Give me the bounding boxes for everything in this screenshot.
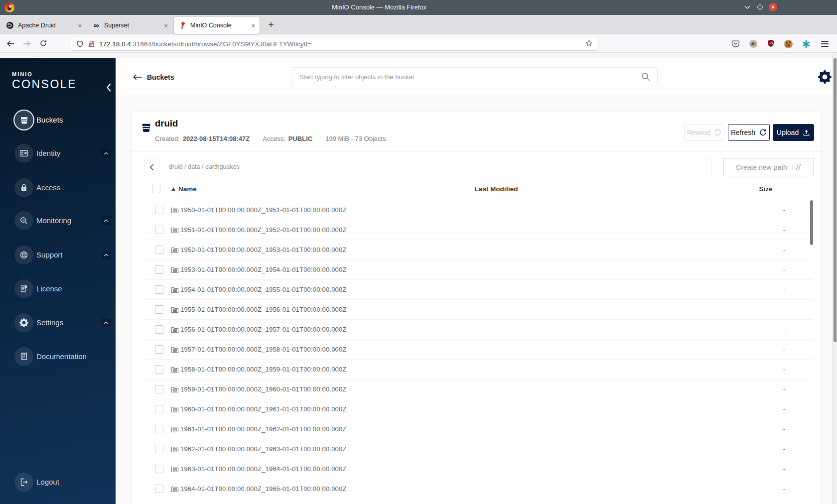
insecure-lock-icon[interactable] bbox=[88, 40, 95, 48]
collapse-section-button[interactable] bbox=[102, 149, 111, 158]
column-header-size[interactable]: Size bbox=[759, 178, 772, 200]
tab-close-icon[interactable]: × bbox=[251, 22, 255, 29]
row-checkbox[interactable] bbox=[155, 425, 163, 433]
object-row[interactable]: 1964-01-01T00:00:00.000Z_1965-01-01T00:0… bbox=[144, 479, 813, 499]
row-checkbox[interactable] bbox=[155, 345, 163, 354]
browser-scrollbar[interactable] bbox=[833, 53, 837, 504]
object-row[interactable]: 1951-01-01T00:00:00.000Z_1952-01-01T00:0… bbox=[144, 220, 813, 240]
colorful-asterisk-extension-icon[interactable] bbox=[802, 39, 811, 48]
row-checkbox[interactable] bbox=[155, 445, 163, 453]
refresh-button[interactable]: Refresh bbox=[728, 124, 770, 141]
row-checkbox[interactable] bbox=[155, 206, 163, 214]
object-name[interactable]: 1953-01-01T00:00:00.000Z_1954-01-01T00:0… bbox=[180, 260, 347, 280]
window-minimize-button[interactable] bbox=[744, 5, 750, 9]
object-filter-searchbox[interactable] bbox=[291, 67, 658, 86]
row-checkbox[interactable] bbox=[155, 226, 163, 234]
tab-superset[interactable]: ∞ Superset × bbox=[88, 17, 172, 34]
row-checkbox[interactable] bbox=[155, 385, 163, 393]
upload-button[interactable]: Upload bbox=[773, 124, 814, 141]
row-checkbox[interactable] bbox=[155, 325, 163, 334]
new-tab-button[interactable]: + bbox=[265, 19, 278, 32]
row-checkbox[interactable] bbox=[155, 246, 163, 254]
search-input[interactable] bbox=[292, 68, 657, 86]
window-close-button[interactable]: × bbox=[769, 3, 777, 11]
column-header-last-modified[interactable]: Last Modified bbox=[475, 178, 518, 200]
object-row[interactable]: 1955-01-01T00:00:00.000Z_1956-01-01T00:0… bbox=[144, 300, 813, 320]
row-checkbox[interactable] bbox=[155, 365, 163, 374]
pocket-extension-icon[interactable] bbox=[731, 39, 740, 50]
collapse-section-button[interactable] bbox=[102, 318, 111, 327]
sidebar-item-identity[interactable]: Identity bbox=[0, 143, 116, 163]
object-name[interactable]: 1951-01-01T00:00:00.000Z_1952-01-01T00:0… bbox=[180, 220, 347, 240]
sort-ascending-icon[interactable] bbox=[171, 187, 175, 191]
sidebar-collapse-button[interactable] bbox=[106, 83, 112, 94]
object-row[interactable]: 1957-01-01T00:00:00.000Z_1958-01-01T00:0… bbox=[144, 340, 813, 360]
breadcrumb[interactable]: druid / data / earthquakes bbox=[159, 158, 240, 176]
path-back-button[interactable] bbox=[144, 158, 159, 176]
row-checkbox[interactable] bbox=[155, 285, 163, 294]
collapse-section-button[interactable] bbox=[102, 216, 111, 225]
object-row[interactable]: 1958-01-01T00:00:00.000Z_1959-01-01T00:0… bbox=[144, 360, 813, 379]
object-name[interactable]: 1954-01-01T00:00:00.000Z_1955-01-01T00:0… bbox=[180, 280, 347, 300]
sidebar-item-documentation[interactable]: Documentation bbox=[0, 347, 116, 367]
object-row[interactable]: 1956-01-01T00:00:00.000Z_1957-01-01T00:0… bbox=[144, 320, 813, 340]
object-name[interactable]: 1964-01-01T00:00:00.000Z_1965-01-01T00:0… bbox=[180, 479, 347, 499]
object-row[interactable]: 1962-01-01T00:00:00.000Z_1963-01-01T00:0… bbox=[144, 439, 813, 459]
sidebar-item-access[interactable]: Access bbox=[0, 178, 116, 198]
cookie-extension-icon[interactable] bbox=[784, 40, 793, 48]
column-header-name[interactable]: Name bbox=[178, 178, 197, 200]
row-checkbox[interactable] bbox=[155, 265, 163, 274]
bookmark-star-icon[interactable] bbox=[585, 39, 593, 49]
object-row[interactable]: 1953-01-01T00:00:00.000Z_1954-01-01T00:0… bbox=[144, 260, 813, 280]
forward-button[interactable] bbox=[22, 39, 31, 50]
ublock-extension-icon[interactable]: uO bbox=[767, 39, 775, 49]
table-scrollbar-thumb[interactable] bbox=[810, 200, 813, 245]
object-row[interactable]: 1954-01-01T00:00:00.000Z_1955-01-01T00:0… bbox=[144, 280, 813, 300]
menu-hamburger-icon[interactable] bbox=[821, 41, 829, 47]
browser-scrollbar-thumb[interactable] bbox=[834, 58, 837, 342]
row-checkbox[interactable] bbox=[155, 305, 163, 314]
object-row[interactable]: 1960-01-01T00:00:00.000Z_1961-01-01T00:0… bbox=[144, 399, 813, 419]
sidebar-item-monitoring[interactable]: Monitoring bbox=[0, 211, 116, 231]
object-name[interactable]: 1956-01-01T00:00:00.000Z_1957-01-01T00:0… bbox=[180, 320, 347, 340]
back-to-buckets-link[interactable]: Buckets bbox=[133, 58, 174, 96]
object-name[interactable]: 1959-01-01T00:00:00.000Z_1960-01-01T00:0… bbox=[180, 379, 347, 399]
row-checkbox[interactable] bbox=[155, 485, 163, 493]
row-checkbox[interactable] bbox=[155, 405, 163, 413]
object-name[interactable]: 1962-01-01T00:00:00.000Z_1963-01-01T00:0… bbox=[180, 439, 347, 459]
sidebar-item-settings[interactable]: Settings bbox=[0, 313, 116, 333]
rewind-button[interactable]: Rewind bbox=[684, 124, 724, 141]
object-row[interactable]: 1961-01-01T00:00:00.000Z_1962-01-01T00:0… bbox=[144, 419, 813, 439]
object-row[interactable]: 1952-01-01T00:00:00.000Z_1953-01-01T00:0… bbox=[144, 240, 813, 260]
console-settings-gear-button[interactable] bbox=[818, 70, 832, 86]
url-text[interactable]: 172.18.0.4:31664/buckets/druid/browse/ZG… bbox=[99, 40, 311, 48]
create-new-path-button[interactable]: Create new path bbox=[723, 158, 814, 176]
window-maximize-button[interactable] bbox=[757, 4, 763, 10]
object-row[interactable]: 1963-01-01T00:00:00.000Z_1964-01-01T00:0… bbox=[144, 459, 813, 479]
object-name[interactable]: 1955-01-01T00:00:00.000Z_1956-01-01T00:0… bbox=[180, 300, 347, 320]
url-bar[interactable]: 172.18.0.4:31664/buckets/druid/browse/ZG… bbox=[71, 37, 598, 50]
object-row[interactable]: 1959-01-01T00:00:00.000Z_1960-01-01T00:0… bbox=[144, 379, 813, 399]
select-all-checkbox[interactable] bbox=[152, 185, 160, 193]
sidebar-item-buckets[interactable]: Buckets bbox=[0, 110, 116, 130]
tab-close-icon[interactable]: × bbox=[78, 22, 82, 29]
object-name[interactable]: 1950-01-01T00:00:00.000Z_1951-01-01T00:0… bbox=[180, 200, 347, 220]
object-name[interactable]: 1957-01-01T00:00:00.000Z_1958-01-01T00:0… bbox=[180, 340, 347, 360]
row-checkbox[interactable] bbox=[155, 465, 163, 473]
sidebar-item-support[interactable]: Support bbox=[0, 245, 116, 265]
tab-minio-console[interactable]: MinIO Console × bbox=[174, 17, 260, 34]
privacy-mask-extension-icon[interactable] bbox=[749, 39, 758, 50]
object-row[interactable]: 1950-01-01T00:00:00.000Z_1951-01-01T00:0… bbox=[144, 200, 813, 220]
tab-apache-druid[interactable]: Apache Druid × bbox=[1, 17, 86, 34]
object-name[interactable]: 1952-01-01T00:00:00.000Z_1953-01-01T00:0… bbox=[180, 240, 347, 260]
tab-close-icon[interactable]: × bbox=[164, 22, 168, 29]
collapse-section-button[interactable] bbox=[102, 251, 111, 259]
object-name[interactable]: 1960-01-01T00:00:00.000Z_1961-01-01T00:0… bbox=[180, 399, 347, 419]
reload-button[interactable] bbox=[39, 39, 47, 49]
back-button[interactable] bbox=[6, 39, 15, 50]
object-name[interactable]: 1961-01-01T00:00:00.000Z_1962-01-01T00:0… bbox=[180, 419, 347, 439]
object-name[interactable]: 1958-01-01T00:00:00.000Z_1959-01-01T00:0… bbox=[180, 360, 347, 379]
sidebar-item-license[interactable]: License bbox=[0, 279, 116, 299]
object-name[interactable]: 1963-01-01T00:00:00.000Z_1964-01-01T00:0… bbox=[180, 459, 347, 479]
sidebar-item-logout[interactable]: Logout bbox=[0, 472, 116, 492]
